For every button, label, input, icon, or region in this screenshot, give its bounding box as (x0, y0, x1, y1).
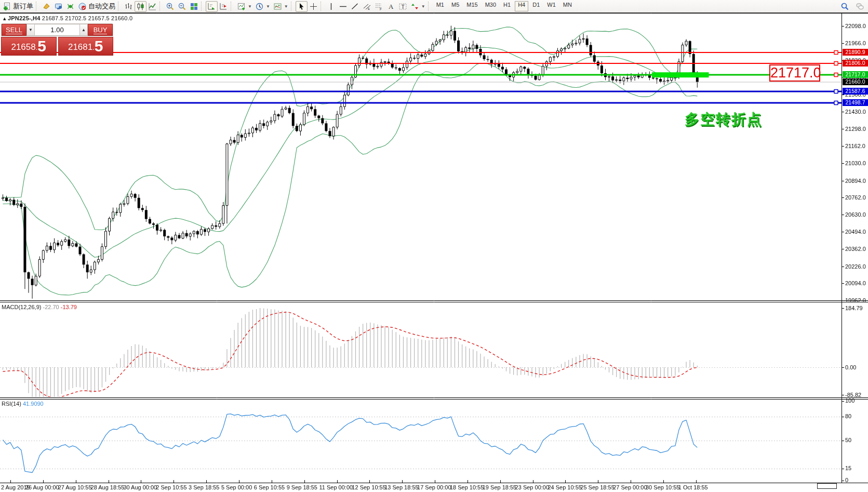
rsi-axis-label: 15 (845, 465, 851, 471)
toolbar-separator (201, 2, 205, 11)
fibo-button[interactable]: F (373, 1, 385, 12)
price-level-tag[interactable]: 21890.9 (843, 49, 868, 56)
svg-text:F: F (380, 7, 382, 10)
indicator-icon (237, 2, 246, 11)
zoom-out-button[interactable] (176, 1, 188, 12)
price-level-tag[interactable]: 21660.0 (843, 78, 868, 85)
toolbar-right-icons (839, 1, 866, 12)
price-callout-box[interactable]: 21717.0 (769, 64, 820, 82)
hline-button[interactable] (337, 1, 349, 12)
zoom-in-button[interactable] (164, 1, 176, 12)
tf-h1-button-label: H1 (503, 2, 511, 8)
svg-text:E: E (368, 7, 370, 10)
volume-decrease-button[interactable]: ▼ (26, 24, 35, 36)
toolbar-separator (231, 2, 234, 11)
tile-windows-button[interactable] (188, 1, 200, 12)
new-order-button-label: 新订单 (13, 2, 33, 11)
macd-signal-value: -13.79 (61, 304, 77, 310)
chat-button[interactable] (854, 1, 866, 12)
volume-increase-button[interactable]: ▲ (79, 24, 88, 36)
rsi-axis-label: 0 (845, 477, 848, 483)
gold-arrow-icon (42, 2, 51, 11)
channel-button[interactable]: E (361, 1, 373, 12)
tf-h4-button[interactable]: H4 (515, 1, 528, 11)
time-axis-label: 12 Sep 10:55 (352, 484, 385, 490)
chart-symbol: JPN225-,H4 (8, 15, 41, 21)
mql-community-button[interactable] (41, 1, 52, 12)
chart-shift-button[interactable] (218, 1, 230, 12)
volume-input[interactable]: 1.00 (35, 24, 79, 36)
dropdown-arrow-icon[interactable]: ▼ (266, 4, 270, 9)
tf-m1-button[interactable]: M1 (433, 1, 447, 11)
dropdown-arrow-icon[interactable]: ▼ (421, 4, 425, 9)
time-axis-label: 30 Aug 00:00 (123, 484, 157, 490)
chinese-annotation-text: 多空转折点 (685, 110, 763, 129)
signals-button[interactable] (64, 1, 76, 12)
chart-plot-area[interactable] (0, 0, 868, 492)
crosshair-button[interactable] (308, 1, 319, 12)
dropdown-arrow-icon[interactable]: ▼ (284, 4, 288, 9)
price-axis-tick-label: 20894.0 (845, 178, 866, 184)
tf-d1-button[interactable]: D1 (529, 1, 543, 11)
horizontal-scrollbar-thumb[interactable] (817, 483, 837, 489)
time-axis-label: 19 Sep 18:55 (483, 484, 516, 490)
globe-icon (78, 2, 87, 11)
text-a-icon: A (386, 2, 395, 11)
time-axis-label: 18 Sep 10:55 (450, 484, 484, 490)
svg-text:T: T (401, 3, 405, 9)
chart-symbol-title: ▴ JPN225-,H4 21687.5 21702.5 21657.5 216… (3, 15, 132, 22)
price-axis-tick-label: 21966.0 (845, 40, 866, 46)
autoscroll-icon (207, 2, 216, 11)
trendline-button[interactable] (349, 1, 361, 12)
sell-price-panel[interactable]: 21658.5 (1, 37, 57, 56)
line-chart-button[interactable] (146, 1, 158, 12)
time-axis-label: 24 Sep 10:55 (547, 484, 581, 490)
new-order-button[interactable]: 新订单 (1, 1, 35, 12)
price-axis-tick-label: 22098.0 (845, 23, 866, 29)
time-axis-label: 17 Sep 00:00 (417, 484, 451, 490)
vline-icon (327, 2, 336, 11)
tf-h1-button[interactable]: H1 (500, 1, 514, 11)
price-level-tag[interactable]: 21806.0 (843, 60, 868, 67)
price-level-tag[interactable]: 21498.7 (843, 99, 868, 106)
price-level-tag[interactable]: 21717.0 (843, 71, 868, 78)
trading-terminal-window: { "toolbar": { "items": [ {"t":"btn","na… (0, 0, 868, 492)
cursor-button[interactable] (296, 1, 308, 12)
shapes-button[interactable]: ▼ (409, 1, 427, 12)
buy-price-panel[interactable]: 21681.5 (58, 37, 114, 56)
label-button[interactable]: T (397, 1, 409, 12)
cursor-icon (297, 2, 306, 11)
text-t-icon: T (398, 2, 407, 11)
time-axis-label: 13 Sep 18:55 (384, 484, 418, 490)
autotrade-button[interactable]: 自动交易 (76, 1, 117, 12)
text-button[interactable]: A (385, 1, 397, 12)
profile-button[interactable] (52, 1, 64, 12)
rsi-axis-label: 50 (845, 437, 851, 443)
tf-m5-button[interactable]: M5 (448, 1, 462, 11)
buy-button[interactable]: BUY (88, 24, 113, 36)
indicators-button[interactable]: ▼ (235, 1, 253, 12)
auto-scroll-button[interactable] (206, 1, 218, 12)
crosshair-icon (309, 2, 318, 11)
price-level-tag[interactable]: 21587.6 (843, 88, 868, 95)
time-axis-label: 28 Aug 18:55 (91, 484, 125, 490)
tf-m30-button[interactable]: M30 (482, 1, 499, 11)
price-axis-tick-label: 21430.0 (845, 109, 866, 115)
tf-w1-button-label: W1 (547, 2, 556, 8)
periods-button[interactable]: ▼ (253, 1, 272, 12)
tf-w1-button[interactable]: W1 (544, 1, 559, 11)
bar-chart-button[interactable] (123, 1, 135, 12)
tf-m15-button[interactable]: M15 (463, 1, 480, 11)
toolbar-separator (36, 2, 39, 11)
toolbar-separator (159, 2, 163, 11)
sell-button[interactable]: SELL (2, 24, 26, 36)
dropdown-arrow-icon[interactable]: ▼ (248, 4, 252, 9)
vline-button[interactable] (325, 1, 337, 12)
search-button[interactable] (839, 1, 851, 12)
price-axis-tick-label: 21298.0 (845, 126, 866, 132)
price-axis-tick-label: 21162.0 (845, 143, 865, 149)
candle-chart-button[interactable] (135, 1, 146, 12)
toolbar-separator (428, 2, 432, 11)
templates-button[interactable]: ▼ (272, 1, 290, 12)
tf-mn-button[interactable]: MN (560, 1, 575, 11)
